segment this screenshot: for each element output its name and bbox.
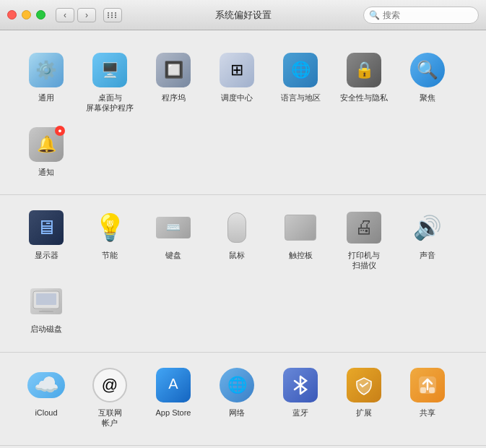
bluetooth-label: 蓝牙	[292, 408, 308, 418]
security-label: 安全性与隐私	[340, 92, 388, 103]
row-2: 🖥 显示器 💡 节能 ⌨️ 键盘	[14, 195, 472, 348]
search-bar: 🔍	[363, 7, 479, 24]
item-extensions[interactable]: 扩展	[332, 360, 396, 434]
item-security[interactable]: 🔒 安全性与隐私	[332, 45, 396, 119]
main-content: ⚙️ 通用 🖥️ 桌面与屏幕保护程序 🔲 程序坞 ⊞ 调度中心	[0, 30, 486, 448]
item-desktop[interactable]: 🖥️ 桌面与屏幕保护程序	[78, 45, 142, 119]
traffic-lights	[7, 10, 45, 20]
sound-icon: 🔊	[410, 210, 445, 245]
window-title: 系统偏好设置	[215, 9, 272, 22]
item-spotlight[interactable]: 🔍 聚焦	[396, 45, 459, 119]
share-label: 共享	[420, 408, 435, 418]
appstore-label: App Store	[156, 408, 191, 418]
energy-icon: 💡	[92, 210, 127, 245]
row-1: ⚙️ 通用 🖥️ 桌面与屏幕保护程序 🔲 程序坞 ⊞ 调度中心	[14, 38, 472, 190]
item-startup[interactable]: 启动磁盘	[14, 276, 78, 340]
svg-rect-2	[42, 309, 51, 311]
general-label: 通用	[38, 92, 54, 103]
item-sound[interactable]: 🔊 声音	[396, 202, 459, 277]
display-label: 显示器	[35, 250, 58, 260]
item-network[interactable]: 🌐 网络	[205, 360, 269, 434]
printer-icon: 🖨	[347, 212, 381, 244]
internet-icon: @	[92, 368, 127, 402]
title-bar: ‹ › 系统偏好设置 🔍	[0, 0, 486, 30]
item-mouse[interactable]: 鼠标	[205, 202, 269, 277]
section-internet: ☁️ iCloud @ 互联网帐户 A	[14, 353, 472, 441]
item-bluetooth[interactable]: 蓝牙	[269, 360, 332, 434]
item-notification[interactable]: 🔔 ● 通知	[14, 119, 78, 183]
network-icon: 🌐	[220, 368, 254, 402]
item-general[interactable]: ⚙️ 通用	[14, 45, 78, 119]
icloud-icon: ☁️	[27, 372, 65, 398]
display-icon: 🖥	[29, 210, 64, 245]
appstore-icon: A	[156, 368, 191, 402]
extensions-label: 扩展	[356, 408, 372, 418]
security-icon: 🔒	[347, 53, 381, 87]
extensions-icon	[347, 368, 381, 402]
forward-button[interactable]: ›	[77, 8, 96, 22]
svg-text:A: A	[168, 376, 178, 392]
search-input[interactable]	[363, 7, 479, 24]
close-button[interactable]	[7, 10, 17, 20]
item-trackpad[interactable]: 触控板	[269, 202, 332, 277]
startup-icon	[30, 288, 62, 314]
mouse-icon	[227, 212, 246, 243]
spotlight-label: 聚焦	[420, 92, 435, 103]
keyboard-label: 键盘	[165, 250, 181, 260]
row-3: ☁️ iCloud @ 互联网帐户 A	[14, 353, 472, 441]
grid-view-button[interactable]	[103, 8, 122, 22]
energy-label: 节能	[102, 250, 118, 260]
dock-icon: 🔲	[156, 53, 191, 87]
item-lang[interactable]: 🌐 语言与地区	[269, 45, 332, 119]
desktop-label: 桌面与屏幕保护程序	[86, 92, 134, 113]
trackpad-label: 触控板	[289, 250, 313, 260]
network-label: 网络	[229, 408, 245, 418]
share-icon	[410, 368, 445, 402]
item-icloud[interactable]: ☁️ iCloud	[14, 360, 78, 434]
item-display[interactable]: 🖥 显示器	[14, 202, 78, 277]
item-internet[interactable]: @ 互联网帐户	[78, 360, 142, 434]
svg-rect-7	[429, 387, 435, 393]
general-icon: ⚙️	[29, 53, 64, 87]
desktop-icon: 🖥️	[92, 53, 127, 87]
maximize-button[interactable]	[36, 10, 45, 20]
svg-rect-6	[420, 387, 426, 393]
lang-label: 语言与地区	[281, 92, 321, 103]
printer-label: 打印机与扫描仪	[348, 250, 380, 271]
missioncontrol-label: 调度中心	[221, 92, 253, 103]
section-personal: ⚙️ 通用 🖥️ 桌面与屏幕保护程序 🔲 程序坞 ⊞ 调度中心	[14, 38, 472, 190]
minimize-button[interactable]	[22, 10, 31, 20]
mouse-label: 鼠标	[229, 250, 245, 260]
trackpad-icon	[285, 215, 316, 241]
svg-rect-1	[36, 293, 56, 305]
nav-buttons: ‹ ›	[56, 8, 96, 22]
bluetooth-icon	[283, 368, 318, 402]
dock-label: 程序坞	[162, 92, 186, 103]
missioncontrol-icon: ⊞	[220, 53, 254, 87]
icloud-label: iCloud	[35, 408, 57, 418]
sound-label: 声音	[420, 250, 435, 260]
item-keyboard[interactable]: ⌨️ 键盘	[142, 202, 205, 277]
lang-icon: 🌐	[283, 53, 318, 87]
item-dock[interactable]: 🔲 程序坞	[142, 45, 205, 119]
back-button[interactable]: ‹	[56, 8, 74, 22]
notification-label: 通知	[38, 167, 54, 177]
svg-rect-3	[39, 311, 53, 312]
section-hardware: 🖥 显示器 💡 节能 ⌨️ 键盘	[14, 195, 472, 348]
notification-badge: ●	[55, 126, 65, 136]
item-appstore[interactable]: A App Store	[142, 360, 205, 434]
item-share[interactable]: 共享	[396, 360, 459, 434]
item-missioncontrol[interactable]: ⊞ 调度中心	[205, 45, 269, 119]
internet-label: 互联网帐户	[98, 408, 122, 428]
spotlight-icon: 🔍	[410, 53, 445, 87]
keyboard-icon: ⌨️	[156, 217, 191, 238]
notification-icon: 🔔 ●	[29, 127, 64, 162]
item-printer[interactable]: 🖨 打印机与扫描仪	[332, 202, 396, 277]
item-energy[interactable]: 💡 节能	[78, 202, 142, 277]
startup-label: 启动磁盘	[30, 324, 62, 334]
